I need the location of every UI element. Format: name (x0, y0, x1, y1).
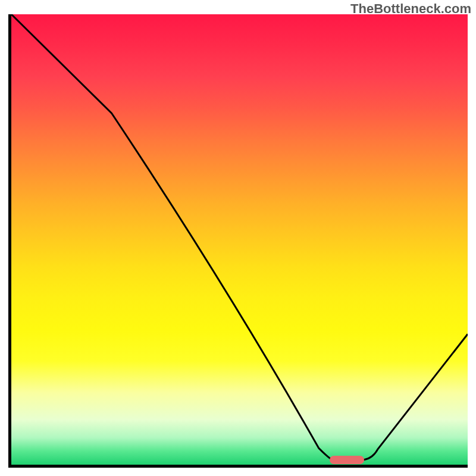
watermark-text: TheBottleneck.com (350, 1, 471, 17)
optimal-marker (330, 456, 364, 464)
chart-plot-area (8, 14, 468, 468)
chart-svg (11, 14, 468, 465)
bottleneck-curve (11, 14, 468, 460)
